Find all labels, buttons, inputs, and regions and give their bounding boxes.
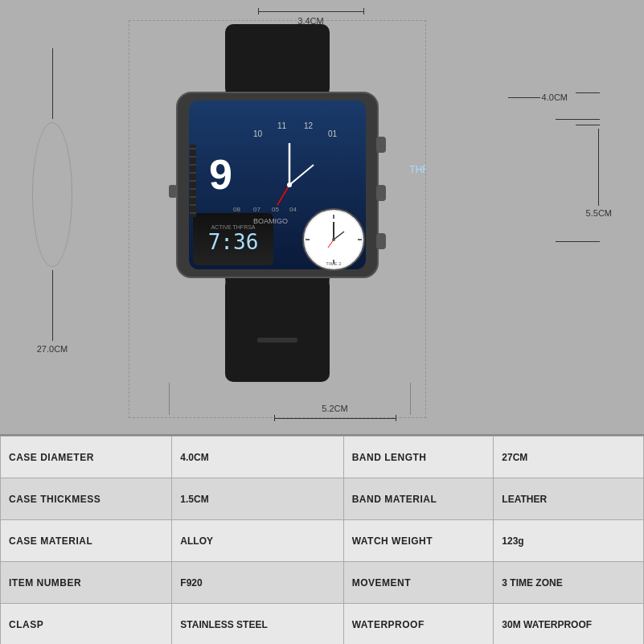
svg-text:THREE: THREE — [409, 164, 426, 175]
spec-value-3-2: 3 TIME ZONE — [494, 562, 644, 604]
specs-area: CASE DIAMETER4.0CMBAND LENGTH27CMCASE TH… — [0, 434, 644, 644]
right-case-top-line — [576, 92, 600, 93]
svg-text:9: 9 — [209, 151, 232, 198]
spec-label-0-1: CASE DIAMETER — [1, 437, 172, 478]
spec-label-4-2: WATERPROOF — [343, 604, 494, 645]
dim-right-height-label: 4.0CM — [542, 92, 568, 102]
dim-left-label: 27.0CM — [37, 344, 68, 354]
specs-table: CASE DIAMETER4.0CMBAND LENGTH27CMCASE TH… — [0, 436, 644, 644]
svg-rect-0 — [225, 24, 330, 96]
spec-value-4-1: STAINLESS STEEL — [172, 604, 343, 645]
dim-bottom-label: 5.2CM — [274, 404, 396, 413]
bot-right-bracket — [410, 383, 411, 415]
dim-left: 27.0CM — [32, 48, 72, 354]
spec-value-1-1: 1.5CM — [172, 478, 343, 520]
spec-label-3-2: MOVEMENT — [343, 562, 494, 604]
main-container: 3.4CM 27.0CM — [0, 0, 644, 644]
svg-rect-45 — [169, 185, 177, 198]
svg-text:TIME 2: TIME 2 — [326, 261, 342, 266]
right-top-bracket — [556, 119, 600, 120]
right-case-bot-line — [576, 125, 600, 125]
svg-text:ACTIVE THFRSA: ACTIVE THFRSA — [211, 224, 255, 230]
svg-point-15 — [332, 238, 335, 241]
spec-value-0-1: 4.0CM — [172, 437, 343, 478]
svg-text:05: 05 — [272, 206, 279, 213]
spec-row-3: ITEM NUMBERF920MOVEMENT3 TIME ZONE — [1, 562, 644, 604]
svg-text:01: 01 — [328, 129, 338, 138]
spec-label-0-2: BAND LENGTH — [343, 437, 494, 478]
svg-text:08: 08 — [233, 206, 240, 213]
right-bot-bracket — [556, 241, 600, 242]
svg-text:12: 12 — [304, 121, 314, 130]
svg-marker-47 — [225, 277, 330, 382]
spec-value-1-2: LEATHER — [494, 478, 644, 520]
bot-left-bracket — [169, 383, 170, 415]
spec-label-3-1: ITEM NUMBER — [1, 562, 172, 604]
svg-text:BOAMIGO: BOAMIGO — [253, 217, 288, 225]
spec-value-3-1: F920 — [172, 562, 343, 604]
svg-text:11: 11 — [277, 121, 287, 130]
spec-value-0-2: 27CM — [494, 437, 644, 478]
spec-row-0: CASE DIAMETER4.0CMBAND LENGTH27CM — [1, 437, 644, 478]
spec-value-2-1: ALLOY — [172, 520, 343, 562]
watch-illustration: 7:36 ACTIVE THFRSA TIME 2 9 — [129, 24, 426, 418]
spec-row-4: CLASPSTAINLESS STEELWATERPROOF30M WATERP… — [1, 604, 644, 645]
watch-area: 3.4CM 27.0CM — [0, 0, 644, 434]
spec-label-2-1: CASE MATERIAL — [1, 520, 172, 562]
svg-point-26 — [287, 183, 292, 187]
dim-right-height: 4.0CM — [508, 92, 568, 102]
spec-label-1-1: CASE THICKMESS — [1, 478, 172, 520]
spec-value-4-2: 30M WATERPROOF — [494, 604, 644, 645]
spec-label-4-1: CLASP — [1, 604, 172, 645]
spec-row-2: CASE MATERIALALLOYWATCH WEIGHT123g — [1, 520, 644, 562]
spec-label-2-2: WATCH WEIGHT — [343, 520, 494, 562]
dim-top: 3.4CM — [258, 8, 364, 26]
dim-right-thickness: 5.5CM — [586, 129, 612, 218]
svg-text:07: 07 — [253, 206, 260, 213]
svg-text:10: 10 — [253, 129, 263, 138]
spec-label-1-2: BAND MATERIAL — [343, 478, 494, 520]
dim-bottom: 5.2CM — [274, 404, 396, 421]
svg-rect-48 — [257, 338, 297, 343]
dim-right-thickness-label: 5.5CM — [586, 208, 612, 218]
svg-text:7:36: 7:36 — [208, 230, 259, 254]
spec-row-1: CASE THICKMESS1.5CMBAND MATERIALLEATHER — [1, 478, 644, 520]
spec-value-2-2: 123g — [494, 520, 644, 562]
svg-text:04: 04 — [289, 206, 297, 213]
